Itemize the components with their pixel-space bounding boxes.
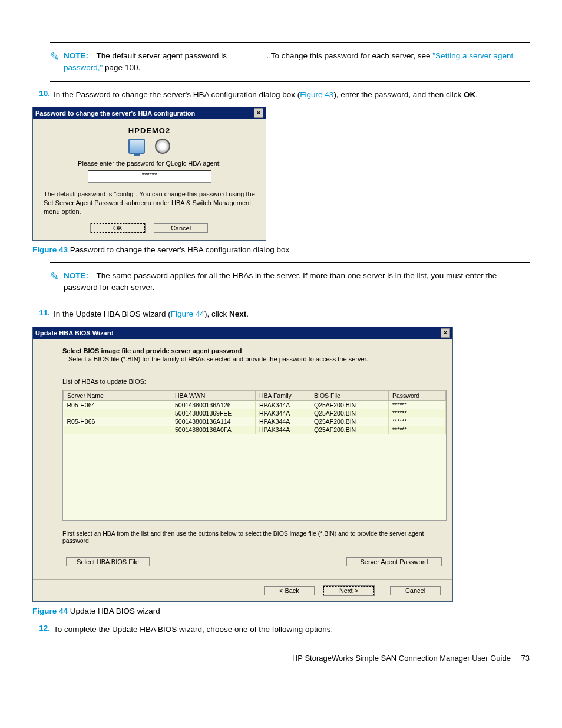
figure-label: Figure 43 [32,245,68,254]
step-11: 11. In the Update HBA BIOS wizard (Figur… [32,308,530,321]
figure-link[interactable]: Figure 44 [171,309,204,318]
step-12: 12. To complete the Update HBA BIOS wiza… [32,624,530,636]
wizard-heading: Select BIOS image file and provide serve… [62,347,435,354]
table-header-row: Server Name HBA WWN HBA Family BIOS File… [64,391,446,401]
table-row[interactable]: R05-H066500143800136A114HPAK344AQ25AF200… [64,417,446,426]
note-text: NOTE: The same password applies for all … [64,270,530,294]
col-password[interactable]: Password [389,391,446,401]
note-text-2: . To change this password for each serve… [266,51,432,60]
update-bios-wizard: Update HBA BIOS Wizard × Select BIOS ima… [32,327,453,602]
password-dialog: Password to change the server's HBA conf… [32,107,266,241]
dialog-titlebar: Password to change the server's HBA conf… [33,107,266,119]
cancel-button[interactable]: Cancel [154,223,208,233]
note-label: NOTE: [64,51,88,60]
dialog-title: Password to change the server's HBA conf… [35,110,195,117]
step-number: 10. [32,89,50,101]
step-text: In the Password to change the server's H… [54,89,478,101]
dialog-icons [44,139,255,154]
step-10: 10. In the Password to change the server… [32,89,530,101]
wizard-instructions: First select an HBA from the list and th… [62,530,435,544]
list-label: List of HBAs to update BIOS: [62,378,435,385]
rule [50,81,530,82]
page-number: 73 [521,654,530,663]
dialog-prompt: Please enter the password for QLogic HBA… [44,160,255,167]
col-family[interactable]: HBA Family [256,391,310,401]
note-text: NOTE: The default server agent password … [64,50,530,74]
step-text: To complete the Update HBA BIOS wizard, … [54,624,333,636]
rule [50,301,530,301]
ok-button[interactable]: OK [91,223,145,233]
note-label: NOTE: [64,271,88,280]
table-row[interactable]: 500143800136A0FAHPAK344AQ25AF200.BIN****… [64,426,446,434]
dialog-hint: The default password is "config". You ca… [44,190,255,216]
figure-link[interactable]: Figure 43 [300,90,333,99]
col-bios[interactable]: BIOS File [310,391,389,401]
page: ✎ NOTE: The default server agent passwor… [0,0,562,680]
note-icon: ✎ [50,270,59,283]
close-icon[interactable]: × [254,108,263,118]
wizard-subtext: Select a BIOS file (*.BIN) for the famil… [68,355,435,363]
figure-43-caption: Figure 43 Password to change the server'… [32,245,530,254]
step-number: 12. [32,624,50,636]
step-text: In the Update HBA BIOS wizard (Figure 44… [54,308,249,321]
page-footer: HP StorageWorks Simple SAN Connection Ma… [32,654,530,663]
rule [50,42,530,43]
next-button[interactable]: Next > [323,586,374,595]
dialog-server-name: HPDEMO2 [44,126,255,135]
server-agent-password-button[interactable]: Server Agent Password [346,557,442,566]
note-icon: ✎ [50,50,59,63]
footer-text: HP StorageWorks Simple SAN Connection Ma… [292,654,511,663]
rule [50,262,530,263]
cancel-button[interactable]: Cancel [390,586,441,595]
hba-table[interactable]: Server Name HBA WWN HBA Family BIOS File… [62,390,447,521]
dialog-titlebar: Update HBA BIOS Wizard × [33,327,452,339]
gear-icon [155,139,170,154]
step-number: 11. [32,308,50,321]
note-block-1: ✎ NOTE: The default server agent passwor… [50,50,530,74]
select-bios-file-button[interactable]: Select HBA BIOS File [66,557,150,566]
table-row[interactable]: 5001438001369FEEHPAK344AQ25AF200.BIN****… [64,409,446,417]
password-input[interactable]: ****** [88,170,211,183]
dialog-title: Update HBA BIOS Wizard [35,330,114,337]
col-wwn[interactable]: HBA WWN [171,391,256,401]
note-text-1: The default server agent password is [97,51,227,60]
figure-label: Figure 44 [32,607,68,615]
table-row[interactable]: R05-H064500143800136A126HPAK344AQ25AF200… [64,401,446,410]
monitor-icon [128,139,145,154]
close-icon[interactable]: × [441,328,450,338]
note-text-3: page 100. [105,63,140,72]
figure-44-caption: Figure 44 Update HBA BIOS wizard [32,607,530,615]
col-server[interactable]: Server Name [64,391,171,401]
note-block-2: ✎ NOTE: The same password applies for al… [50,270,530,294]
wizard-footer: < Back Next > Cancel [33,579,452,601]
back-button[interactable]: < Back [264,586,315,595]
